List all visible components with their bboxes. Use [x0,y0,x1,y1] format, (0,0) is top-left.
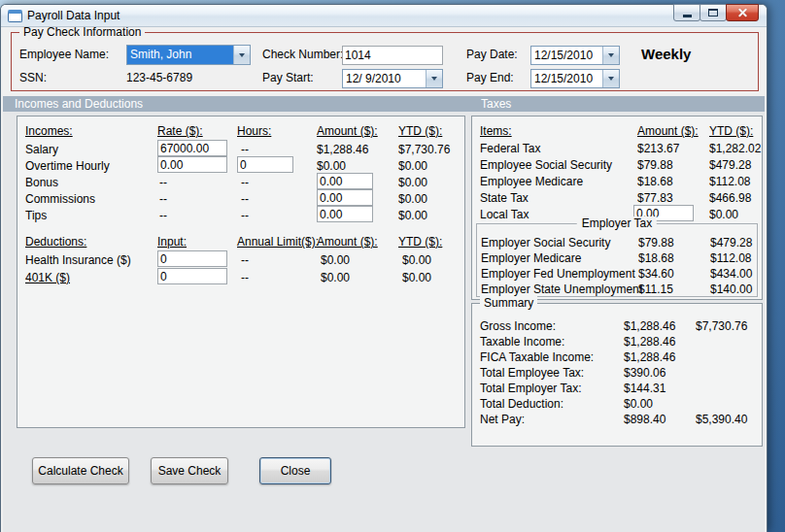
federal-tax-ytd: $1,282.02 [709,142,761,155]
gross-income-amount: $1,288.46 [624,319,675,333]
state-tax-amount: $77.83 [637,191,673,205]
k401-ytd: $0.00 [402,271,431,284]
health-insurance-amount: $0.00 [321,253,350,267]
pay-date-picker[interactable]: 12/15/2010 [530,46,620,65]
annual-limit-col-header: Annual Limit($): [237,235,319,249]
maximize-icon [708,9,718,17]
net-pay-label: Net Pay: [480,413,525,426]
overtime-rate-input[interactable] [157,156,227,173]
pay-start-value: 12/ 9/2010 [343,70,426,87]
rate-col-header: Rate ($): [157,124,203,138]
taxable-income-amount: $1,288.46 [624,335,675,349]
gross-income-label: Gross Income: [480,319,556,333]
k401-limit: -- [241,271,249,284]
salary-rate-input[interactable] [157,140,227,156]
pay-end-label: Pay End: [466,71,514,84]
employer-fed-unemployment-amount: $34.60 [638,267,674,281]
close-icon [737,8,748,18]
check-number-input[interactable] [342,46,443,65]
overtime-hours-input[interactable] [237,156,293,173]
employee-ss-amount: $79.88 [637,158,673,172]
employer-ss-label: Employer Social Security [481,236,610,249]
calculate-check-button[interactable]: Calculate Check [32,457,129,484]
employee-medicare-amount: $18.68 [637,175,673,188]
minimize-icon [683,15,692,17]
bonus-hours: -- [241,176,249,189]
total-deduction-amount: $0.00 [624,397,653,411]
pay-end-dropdown-button[interactable] [602,70,619,87]
tax-amount-col-header: Amount ($): [637,124,699,138]
check-number-label: Check Number: [262,48,343,61]
bonus-label: Bonus [25,176,58,189]
window-titlebar[interactable]: Payroll Data Input [1,5,767,27]
local-tax-label: Local Tax [480,208,529,221]
bonus-ytd: $0.00 [398,176,427,189]
salary-amount: $1,288.46 [317,143,368,156]
local-tax-ytd: $0.00 [709,208,738,221]
employer-state-unemployment-ytd: $140.00 [710,283,752,296]
overtime-ytd: $0.00 [398,159,427,173]
pay-start-picker[interactable]: 12/ 9/2010 [342,69,443,88]
commissions-label: Commissions [25,192,95,206]
overtime-label: Overtime Hourly [25,159,110,173]
summary-legend: Summary [480,296,537,310]
hours-col-header: Hours: [237,124,271,138]
pay-date-dropdown-button[interactable] [602,47,619,64]
employer-tax-legend: Employer Tax [577,216,657,230]
commissions-amount-input[interactable] [317,189,373,206]
employer-medicare-amount: $18.68 [638,251,674,265]
employer-medicare-label: Employer Medicare [481,251,581,265]
health-insurance-ytd: $0.00 [402,253,431,267]
net-pay-ytd: $5,390.40 [696,413,747,426]
close-button[interactable]: Close [259,457,331,484]
federal-tax-amount: $213.67 [637,142,679,155]
client-area: Pay Check Information Employee Name: Smi… [3,27,765,532]
titlebar-close-button[interactable] [726,4,759,21]
employer-tax-group: Employer Tax Employer Social Security $7… [476,223,758,297]
employee-medicare-ytd: $112.08 [709,175,751,188]
payroll-window: Payroll Data Input Pay Check Information… [0,4,768,532]
employee-name-label: Employee Name: [19,48,109,61]
ded-ytd-col-header: YTD ($): [398,235,442,249]
chevron-down-icon [608,77,614,81]
tips-hours: -- [241,209,249,222]
tips-ytd: $0.00 [398,209,427,222]
pay-start-dropdown-button[interactable] [426,70,442,87]
employee-ss-ytd: $479.28 [709,158,751,172]
employee-name-value: Smith, John [127,46,233,64]
paycheck-info-legend: Pay Check Information [19,27,145,39]
incomes-deductions-panel: Incomes: Rate ($): Hours: Amount ($): YT… [17,116,465,428]
ssn-label: SSN: [19,71,47,84]
health-insurance-label: Health Insurance ($) [25,253,131,267]
caption-buttons [674,4,759,21]
fica-taxable-income-label: FICA Taxable Income: [480,350,594,364]
input-col-header: Input: [157,235,187,249]
tips-amount-input[interactable] [317,206,373,222]
salary-ytd: $7,730.76 [398,143,450,156]
employee-name-select[interactable]: Smith, John [126,45,251,65]
k401-input[interactable] [157,268,227,284]
total-deduction-label: Total Deduction: [480,397,563,411]
chevron-down-icon [431,77,437,81]
ssn-value: 123-45-6789 [126,71,192,84]
pay-frequency-label: Weekly [641,46,691,62]
section-header-bar: Incomes and Deductions Taxes [3,96,765,112]
health-insurance-input[interactable] [157,250,227,267]
tips-rate: -- [159,209,167,222]
paycheck-info-group: Pay Check Information Employee Name: Smi… [11,32,759,91]
items-col-header: Items: [480,124,512,138]
pay-date-value: 12/15/2010 [531,47,602,64]
k401-label[interactable]: 401K ($) [25,271,70,284]
maximize-button[interactable] [700,4,727,21]
incomes-col-header: Incomes: [25,124,73,138]
tips-label: Tips [25,209,47,222]
save-check-button[interactable]: Save Check [151,457,228,484]
employee-name-dropdown-button[interactable] [233,46,250,64]
bonus-rate: -- [159,176,167,189]
employer-fed-unemployment-ytd: $434.00 [710,267,752,281]
minimize-button[interactable] [673,4,700,21]
bonus-amount-input[interactable] [317,173,373,189]
fica-taxable-income-amount: $1,288.46 [624,350,675,364]
state-tax-label: State Tax [480,191,529,205]
pay-end-picker[interactable]: 12/15/2010 [530,69,620,88]
